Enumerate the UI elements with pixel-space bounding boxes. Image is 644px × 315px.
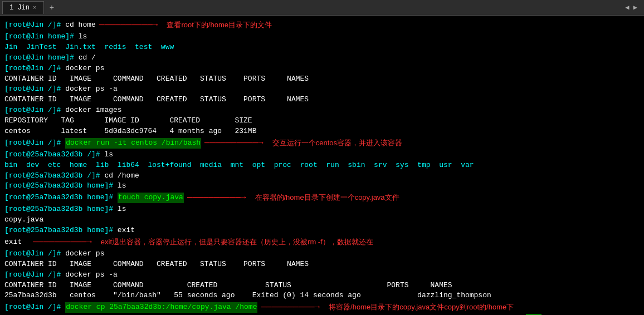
- nav-arrows: ◀ ▶: [625, 3, 642, 12]
- line-26: 25a7baa32d3b centos "/bin/bash" 55 secon…: [4, 291, 640, 301]
- arrow-27: ——————————→: [261, 301, 320, 314]
- annotation-21: exit退出容器，容器停止运行，但是只要容器还在（历史上，没被rm -f），数据…: [101, 237, 373, 248]
- line-13: [root@25a7baa32d3b /]# ls: [4, 150, 640, 160]
- line-2: [root@Jin home]# ls: [4, 32, 640, 42]
- line-14: bin dev etc home lib lib64 lost+found me…: [4, 160, 640, 171]
- cmd-1: cd home: [65, 20, 96, 31]
- tab-add-icon[interactable]: +: [46, 3, 57, 12]
- line-6: CONTAINER ID IMAGE COMMAND CREATED STATU…: [4, 74, 640, 85]
- line-19: copy.java: [4, 215, 640, 225]
- line-1: [root@Jin /]# cd home ——————————→ 查看root…: [4, 19, 640, 32]
- arrow-21: ——————————→: [33, 236, 92, 249]
- line-10: REPOSITORY TAG IMAGE ID CREATED SIZE: [4, 116, 640, 126]
- annotation-12: 交互运行一个centos容器，并进入该容器: [272, 138, 402, 149]
- line-21: exit ——————————→ exit退出容器，容器停止运行，但是只要容器还…: [4, 236, 640, 249]
- line-23: CONTAINER ID IMAGE COMMAND CREATED STATU…: [4, 259, 640, 270]
- terminal: [root@Jin /]# cd home ——————————→ 查看root…: [0, 16, 644, 315]
- line-20: [root@25a7baa32d3b home]# exit: [4, 225, 640, 236]
- line-15: [root@25a7baa32d3b /]# cd /home: [4, 171, 640, 181]
- line-18: [root@25a7baa32d3b home]# ls: [4, 204, 640, 215]
- line-7: [root@Jin /]# docker ps -a: [4, 84, 640, 95]
- line-9: [root@Jin /]# docker images: [4, 105, 640, 116]
- line-24: [root@Jin /]# docker ps -a: [4, 270, 640, 280]
- line-4: [root@Jin home]# cd /: [4, 53, 640, 63]
- arrow-17: ——————————→: [187, 191, 246, 204]
- cmd-docker-run: docker run -it centos /bin/bash: [65, 138, 201, 149]
- annotation-1: 查看root下的/home目录下的文件: [167, 20, 272, 31]
- annotation-27: 将容器/home目录下的copy.java文件copy到root的/home下: [329, 302, 514, 313]
- line-27: [root@Jin /]# docker cp 25a7baa32d3b:/ho…: [4, 301, 640, 314]
- arrow-12: ——————————→: [204, 137, 264, 150]
- line-12: [root@Jin /]# docker run -it centos /bin…: [4, 137, 640, 150]
- arrow-1: ——————————→: [99, 19, 158, 32]
- tab-bar: 1 Jin × + ◀ ▶: [0, 0, 644, 16]
- tab-label: 1 Jin: [9, 4, 30, 12]
- annotation-17: 在容器的/home目录下创建一个copy.java文件: [255, 193, 399, 203]
- line-3: Jin JinTest Jin.txt redis test www: [4, 42, 640, 53]
- line-17: [root@25a7baa32d3b home]# touch copy.jav…: [4, 191, 640, 204]
- cmd-docker-cp: docker cp 25a7baa32d3b:/home/copy.java /…: [65, 302, 257, 313]
- tab-active[interactable]: 1 Jin ×: [2, 1, 44, 14]
- tab-close-icon[interactable]: ×: [33, 4, 37, 11]
- line-25: CONTAINER ID IMAGE COMMAND CREATED STATU…: [4, 280, 640, 291]
- cmd-touch: touch copy.java: [118, 193, 184, 203]
- line-8: CONTAINER ID IMAGE COMMAND CREATED STATU…: [4, 95, 640, 105]
- line-22: [root@Jin /]# docker ps: [4, 249, 640, 259]
- line-16: [root@25a7baa32d3b home]# ls: [4, 181, 640, 191]
- prompt-1: [root@Jin /]#: [4, 20, 65, 31]
- line-5: [root@Jin /]# docker ps: [4, 63, 640, 74]
- line-11: centos latest 5d0da3dc9764 4 months ago …: [4, 126, 640, 137]
